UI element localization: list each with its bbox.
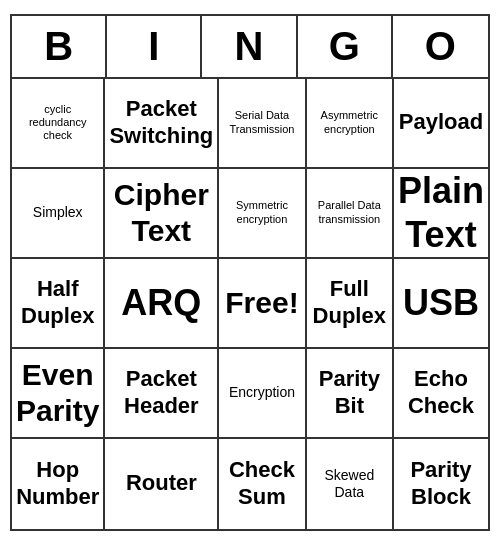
bingo-header: BINGO — [12, 16, 488, 79]
cell-text: Echo Check — [398, 366, 484, 419]
cell-text: Check Sum — [223, 457, 300, 510]
cell-text: Asymmetric encryption — [311, 109, 388, 135]
bingo-cell[interactable]: Half Duplex — [12, 259, 105, 349]
cell-text: Simplex — [33, 204, 83, 221]
bingo-cell[interactable]: Simplex — [12, 169, 105, 259]
cell-text: Packet Switching — [109, 96, 213, 149]
cell-text: Cipher Text — [109, 177, 213, 249]
bingo-cell[interactable]: Cipher Text — [105, 169, 219, 259]
cell-text: Serial Data Transmission — [223, 109, 300, 135]
cell-text: Symmetric encryption — [223, 199, 300, 225]
bingo-cell[interactable]: Payload — [394, 79, 488, 169]
bingo-cell[interactable]: Free! — [219, 259, 306, 349]
bingo-cell[interactable]: cyclic redundancy check — [12, 79, 105, 169]
header-letter: N — [202, 16, 297, 77]
cell-text: Even Parity — [16, 357, 99, 429]
cell-text: Full Duplex — [311, 276, 388, 329]
bingo-cell[interactable]: Packet Header — [105, 349, 219, 439]
bingo-cell[interactable]: Packet Switching — [105, 79, 219, 169]
bingo-cell[interactable]: Check Sum — [219, 439, 306, 529]
bingo-cell[interactable]: Symmetric encryption — [219, 169, 306, 259]
cell-text: Parity Bit — [311, 366, 388, 419]
bingo-cell[interactable]: Asymmetric encryption — [307, 79, 394, 169]
bingo-cell[interactable]: Hop Number — [12, 439, 105, 529]
header-letter: G — [298, 16, 393, 77]
header-letter: B — [12, 16, 107, 77]
bingo-cell[interactable]: Full Duplex — [307, 259, 394, 349]
cell-text: Plain Text — [398, 169, 484, 255]
cell-text: ARQ — [121, 281, 201, 324]
cell-text: Router — [126, 470, 197, 496]
bingo-cell[interactable]: Router — [105, 439, 219, 529]
bingo-cell[interactable]: Parallel Data transmission — [307, 169, 394, 259]
header-letter: I — [107, 16, 202, 77]
cell-text: Skewed Data — [311, 467, 388, 501]
bingo-cell[interactable]: USB — [394, 259, 488, 349]
cell-text: Parallel Data transmission — [311, 199, 388, 225]
cell-text: Encryption — [229, 384, 295, 401]
bingo-card: BINGO cyclic redundancy checkPacket Swit… — [10, 14, 490, 531]
bingo-cell[interactable]: Encryption — [219, 349, 306, 439]
bingo-cell[interactable]: ARQ — [105, 259, 219, 349]
bingo-cell[interactable]: Even Parity — [12, 349, 105, 439]
cell-text: USB — [403, 281, 479, 324]
bingo-cell[interactable]: Parity Bit — [307, 349, 394, 439]
cell-text: Parity Block — [398, 457, 484, 510]
bingo-cell[interactable]: Skewed Data — [307, 439, 394, 529]
cell-text: Half Duplex — [16, 276, 99, 329]
bingo-cell[interactable]: Parity Block — [394, 439, 488, 529]
cell-text: cyclic redundancy check — [16, 103, 99, 143]
cell-text: Packet Header — [109, 366, 213, 419]
bingo-cell[interactable]: Serial Data Transmission — [219, 79, 306, 169]
bingo-cell[interactable]: Plain Text — [394, 169, 488, 259]
bingo-grid: cyclic redundancy checkPacket SwitchingS… — [12, 79, 488, 529]
cell-text: Free! — [225, 285, 298, 321]
bingo-cell[interactable]: Echo Check — [394, 349, 488, 439]
header-letter: O — [393, 16, 488, 77]
cell-text: Payload — [399, 109, 483, 135]
cell-text: Hop Number — [16, 457, 99, 510]
